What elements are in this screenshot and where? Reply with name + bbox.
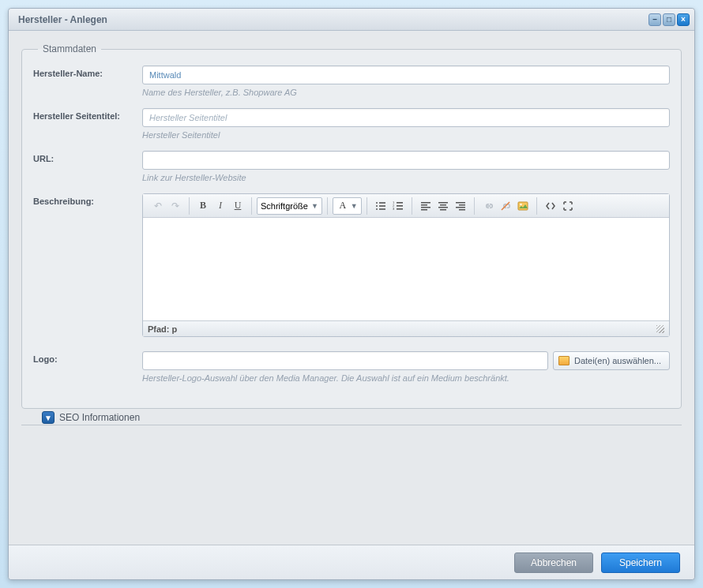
svg-rect-15 <box>421 209 427 211</box>
chevron-down-icon: ▼ <box>351 202 358 210</box>
redo-icon[interactable]: ↷ <box>167 197 184 215</box>
hint-pagetitle: Hersteller Seitentitel <box>142 130 670 140</box>
fontcolor-select[interactable]: A ▼ <box>333 197 362 215</box>
row-url: URL: Link zur Hersteller-Website <box>33 151 670 190</box>
row-logo: Logo: Datei(en) auswählen... Hersteller-… <box>33 351 670 391</box>
label-pagetitle: Hersteller Seitentitel: <box>33 108 142 121</box>
picture-icon <box>558 356 570 365</box>
svg-point-0 <box>376 202 378 204</box>
seo-title: SEO Informationen <box>59 412 140 423</box>
row-pagetitle: Hersteller Seitentitel: Hersteller Seite… <box>33 108 670 148</box>
svg-rect-17 <box>440 204 446 206</box>
row-name: Hersteller-Name: Name des Hersteller, z.… <box>33 66 670 105</box>
rich-text-editor: ↶ ↷ B I U S <box>142 193 670 337</box>
align-right-icon[interactable] <box>452 197 469 215</box>
source-code-icon[interactable] <box>542 197 559 215</box>
hint-name: Name des Hersteller, z.B. Shopware AG <box>142 88 670 97</box>
svg-point-1 <box>376 205 378 207</box>
align-center-icon[interactable] <box>434 197 452 215</box>
unordered-list-icon[interactable] <box>372 197 389 215</box>
expand-seo-button[interactable]: ▼ <box>42 411 55 424</box>
chevron-down-icon: ▼ <box>311 202 318 210</box>
svg-rect-10 <box>397 205 403 207</box>
svg-rect-25 <box>518 202 528 210</box>
svg-line-24 <box>502 202 509 210</box>
svg-rect-14 <box>421 207 430 208</box>
svg-rect-3 <box>379 202 385 204</box>
ordered-list-icon[interactable]: 123 <box>389 197 407 215</box>
svg-point-2 <box>376 208 378 210</box>
editor-toolbar: ↶ ↷ B I U S <box>143 194 669 218</box>
label-logo: Logo: <box>33 351 142 364</box>
row-description: Beschreibung: ↶ ↷ B I U <box>33 193 670 337</box>
editor-canvas[interactable] <box>143 218 669 320</box>
editor-footer: Pfad: p <box>143 320 669 336</box>
svg-rect-19 <box>440 209 446 211</box>
button-bar: Abbrechen Speichern <box>9 545 694 579</box>
svg-rect-22 <box>456 207 465 208</box>
label-description: Beschreibung: <box>33 193 142 206</box>
svg-rect-5 <box>379 208 385 210</box>
svg-rect-18 <box>438 207 448 208</box>
window: Hersteller - Anlegen – □ × Stammdaten He… <box>8 8 695 580</box>
minimize-button[interactable]: – <box>648 13 661 26</box>
svg-rect-9 <box>397 202 403 204</box>
svg-rect-4 <box>379 205 385 207</box>
svg-point-26 <box>520 203 521 204</box>
fieldset-stammdaten: Stammdaten Hersteller-Name: Name des Her… <box>21 43 682 409</box>
undo-icon[interactable]: ↶ <box>149 197 167 215</box>
svg-rect-13 <box>421 204 427 206</box>
svg-text:3: 3 <box>393 207 395 211</box>
bold-icon[interactable]: B <box>194 197 212 215</box>
fontsize-select[interactable]: Schriftgröße ▼ <box>257 197 322 215</box>
maximize-button[interactable]: □ <box>663 13 675 26</box>
input-pagetitle[interactable] <box>142 108 670 127</box>
unlink-icon[interactable] <box>497 197 514 215</box>
input-logo[interactable] <box>142 351 548 370</box>
input-name[interactable] <box>142 66 670 84</box>
close-button[interactable]: × <box>677 13 690 26</box>
fieldset-legend: Stammdaten <box>38 43 101 54</box>
fontsize-label: Schriftgröße <box>261 201 308 211</box>
titlebar: Hersteller - Anlegen – □ × <box>9 9 694 31</box>
hint-logo: Hersteller-Logo-Auswahl über den Media M… <box>142 373 670 383</box>
svg-rect-23 <box>459 209 465 211</box>
image-icon[interactable] <box>514 197 532 215</box>
window-body: Stammdaten Hersteller-Name: Name des Her… <box>9 31 694 545</box>
hint-url: Link zur Hersteller-Website <box>142 173 670 182</box>
svg-rect-12 <box>421 202 430 204</box>
path-label: Pfad: p <box>148 324 177 334</box>
link-icon[interactable] <box>479 197 497 215</box>
align-left-icon[interactable] <box>417 197 434 215</box>
choose-file-label: Datei(en) auswählen... <box>574 356 661 365</box>
svg-rect-16 <box>438 202 448 204</box>
fullscreen-icon[interactable] <box>559 197 577 215</box>
svg-rect-20 <box>456 202 465 204</box>
label-name: Hersteller-Name: <box>33 66 142 78</box>
cancel-button[interactable]: Abbrechen <box>514 552 593 573</box>
seo-section: ▼ SEO Informationen <box>21 425 682 425</box>
svg-rect-11 <box>397 208 403 210</box>
choose-file-button[interactable]: Datei(en) auswählen... <box>553 351 670 370</box>
window-title: Hersteller - Anlegen <box>18 14 647 25</box>
save-button[interactable]: Speichern <box>601 552 680 573</box>
input-url[interactable] <box>142 151 670 170</box>
resize-handle-icon[interactable] <box>656 325 664 333</box>
label-url: URL: <box>33 151 142 163</box>
italic-icon[interactable]: I <box>212 197 229 215</box>
svg-rect-21 <box>459 204 465 206</box>
underline-icon[interactable]: U <box>229 197 246 215</box>
